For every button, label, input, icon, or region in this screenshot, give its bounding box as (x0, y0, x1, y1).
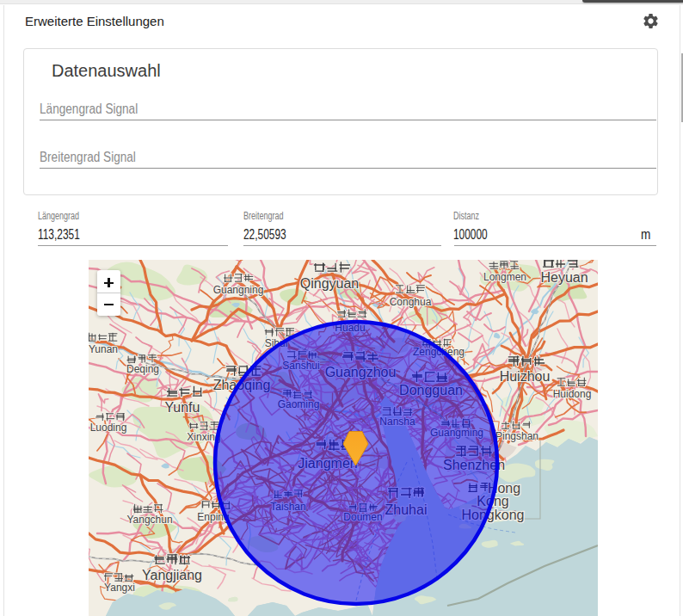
svg-text:Yangxi: Yangxi (104, 582, 135, 594)
svg-text:Huizhou: Huizhou (500, 369, 551, 384)
svg-text:Deqing: Deqing (126, 363, 159, 375)
svg-text:Qingyuan: Qingyuan (300, 276, 360, 291)
svg-text:Yangchun: Yangchun (126, 514, 172, 526)
svg-text:Luoding: Luoding (90, 422, 127, 434)
svg-text:Pingshan: Pingshan (495, 430, 538, 442)
svg-text:Guangning: Guangning (213, 284, 264, 296)
svg-text:Conghua: Conghua (390, 296, 432, 308)
svg-text:Longmen: Longmen (483, 271, 526, 283)
svg-text:Yunfu: Yunfu (165, 400, 200, 415)
svg-text:Yunan: Yunan (89, 343, 118, 355)
svg-text:Huidong: Huidong (553, 388, 592, 400)
svg-text:Yangjiang: Yangjiang (142, 568, 202, 582)
svg-text:Heyuan: Heyuan (540, 270, 588, 285)
